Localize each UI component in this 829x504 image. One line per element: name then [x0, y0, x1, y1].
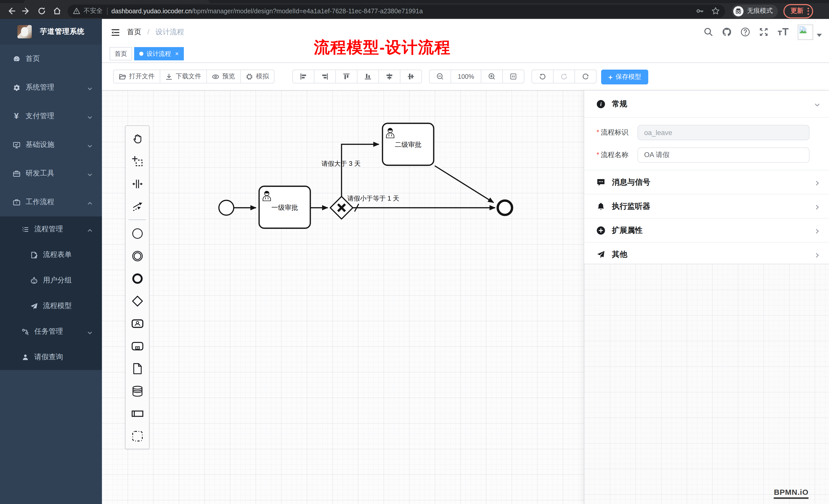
sidebar-item-label: 工作流程 [26, 197, 54, 207]
password-key-icon[interactable] [695, 7, 704, 15]
folder-open-icon [119, 73, 126, 80]
main-area: 首页 / 设计流程 首页 设计流程 × [102, 19, 829, 504]
properties-panel: i 常规 *流程标识 *流程名称 [584, 90, 829, 504]
sidebar-item-task-mgmt[interactable]: 任务管理 [0, 319, 102, 344]
annotation-title: 流程模型-设计流程 [314, 37, 451, 58]
sidebar-item-process-mgmt[interactable]: 流程管理 [0, 217, 102, 242]
bpmn-canvas[interactable]: 请假大于 3 天 请假小于等于 1 天 一级审批 [102, 90, 829, 504]
simulate-button[interactable]: 模拟 [240, 70, 275, 83]
zoom-level[interactable]: 100% [450, 70, 481, 83]
zoom-out-button[interactable] [429, 70, 451, 83]
tag-design-process[interactable]: 设计流程 × [134, 47, 184, 61]
align-top-button[interactable] [335, 70, 357, 83]
fullscreen-icon[interactable] [759, 27, 768, 37]
section-other[interactable]: 其他 [584, 242, 829, 266]
align-horizontal-center-button[interactable] [400, 70, 422, 83]
user-task-level2[interactable]: 二级审批 [383, 123, 434, 165]
undo-button[interactable] [532, 70, 553, 83]
sidebar-item-label: 首页 [26, 54, 40, 64]
sidebar-item-label: 系统管理 [26, 83, 54, 92]
sidebar-item-process-model[interactable]: 流程模型 [0, 293, 102, 319]
sidebar-item-label: 基础设施 [26, 140, 54, 149]
reload-icon[interactable] [37, 7, 46, 15]
face-icon [30, 276, 38, 284]
eye-icon [212, 73, 219, 80]
send-icon [597, 250, 605, 259]
sidebar-item-system[interactable]: 系统管理 [0, 73, 102, 102]
svg-text:i: i [600, 101, 602, 107]
align-vertical-center-button[interactable] [379, 70, 400, 83]
close-icon[interactable]: × [175, 50, 179, 57]
sidebar-item-home[interactable]: 首页 [0, 44, 102, 73]
zoom-in-button[interactable] [481, 70, 503, 83]
sidebar-item-user-group[interactable]: 用户分组 [0, 268, 102, 293]
incognito-badge[interactable]: 无痕模式 [732, 4, 778, 18]
bell-icon [597, 202, 605, 210]
sidebar-item-leave-query[interactable]: 请假查询 [0, 344, 102, 370]
browser-tab[interactable] [24, 0, 210, 3]
user-task-level1[interactable]: 一级审批 [259, 186, 310, 228]
search-icon[interactable] [704, 27, 713, 37]
restart-button[interactable] [575, 70, 597, 83]
align-right-button[interactable] [314, 70, 336, 83]
zoom-button-group: 100% [429, 70, 524, 83]
bpmn-io-watermark[interactable]: BPMN.iO [774, 488, 808, 499]
browser-toolbar: 不安全 dashboard.yudao.iocoder.cn/bpm/manag… [0, 3, 829, 19]
section-general[interactable]: i 常规 [584, 90, 829, 117]
forward-icon[interactable] [22, 7, 31, 15]
app-logo-row[interactable]: 芋道管理系统 [0, 19, 102, 44]
breadcrumb-home[interactable]: 首页 [127, 27, 141, 36]
start-event[interactable] [219, 200, 234, 215]
section-execution-listener[interactable]: 执行监听器 [584, 194, 829, 218]
sidebar-item-label: 用户分组 [43, 276, 72, 285]
process-key-input[interactable] [638, 125, 809, 140]
open-file-button[interactable]: 打开文件 [113, 70, 160, 83]
save-model-button[interactable]: + 保存模型 [601, 70, 648, 84]
download-file-button[interactable]: 下载文件 [160, 70, 207, 83]
end-event[interactable] [498, 201, 512, 215]
chevron-down-icon [87, 113, 93, 119]
section-extended-properties[interactable]: 扩展属性 [584, 218, 829, 242]
preview-button[interactable]: 预览 [206, 70, 241, 83]
flow-label-le1[interactable]: 请假小于等于 1 天 [348, 195, 399, 202]
redo-icon [560, 73, 568, 80]
section-message-signal[interactable]: 消息与信号 [584, 170, 829, 194]
bookmark-star-icon[interactable] [711, 7, 720, 15]
sidebar-item-infra[interactable]: 基础设施 [0, 130, 102, 159]
briefcase-icon [12, 169, 21, 178]
github-icon[interactable] [722, 27, 732, 37]
chevron-down-icon [87, 142, 93, 148]
avatar-caret-icon[interactable] [817, 34, 822, 37]
flow-label-gt3[interactable]: 请假大于 3 天 [322, 160, 361, 167]
flow-task2-to-end[interactable] [435, 166, 494, 203]
align-bottom-button[interactable] [357, 70, 379, 83]
page: 不安全 dashboard.yudao.iocoder.cn/bpm/manag… [0, 0, 829, 504]
back-icon[interactable] [7, 7, 15, 15]
workflow-submenu: 流程管理 流程表单 用户分组 流程模型 任务管理 请假 [0, 217, 102, 370]
tag-home[interactable]: 首页 [110, 47, 132, 61]
history-button-group [532, 70, 597, 83]
sidebar-item-process-form[interactable]: 流程表单 [0, 242, 102, 268]
hamburger-icon[interactable] [112, 29, 119, 35]
sidebar-item-workflow[interactable]: 工作流程 [0, 188, 102, 217]
sidebar-item-devtools[interactable]: 研发工具 [0, 159, 102, 188]
font-size-icon[interactable] [777, 27, 789, 37]
undo-icon [539, 73, 546, 80]
sidebar-item-payment[interactable]: ¥ 支付管理 [0, 102, 102, 130]
align-left-button[interactable] [292, 70, 314, 83]
required-mark: * [597, 151, 599, 159]
panel-placeholder-grid: BPMN.iO [584, 264, 829, 504]
avatar[interactable] [798, 24, 813, 40]
home-icon[interactable] [53, 7, 62, 15]
sidebar-item-label: 请假查询 [34, 353, 63, 362]
flow-gateway-to-task2[interactable] [341, 144, 379, 196]
address-bar[interactable]: 不安全 dashboard.yudao.iocoder.cn/bpm/manag… [68, 4, 725, 18]
security-label[interactable]: 不安全 [83, 7, 103, 15]
chevron-down-icon [87, 329, 93, 335]
process-name-input[interactable] [638, 147, 809, 163]
zoom-reset-button[interactable] [502, 70, 524, 83]
browser-menu-icon[interactable] [807, 7, 809, 14]
help-icon[interactable] [741, 27, 750, 37]
update-button[interactable]: 更新 [784, 4, 813, 18]
sidebar-item-label: 任务管理 [34, 327, 63, 336]
